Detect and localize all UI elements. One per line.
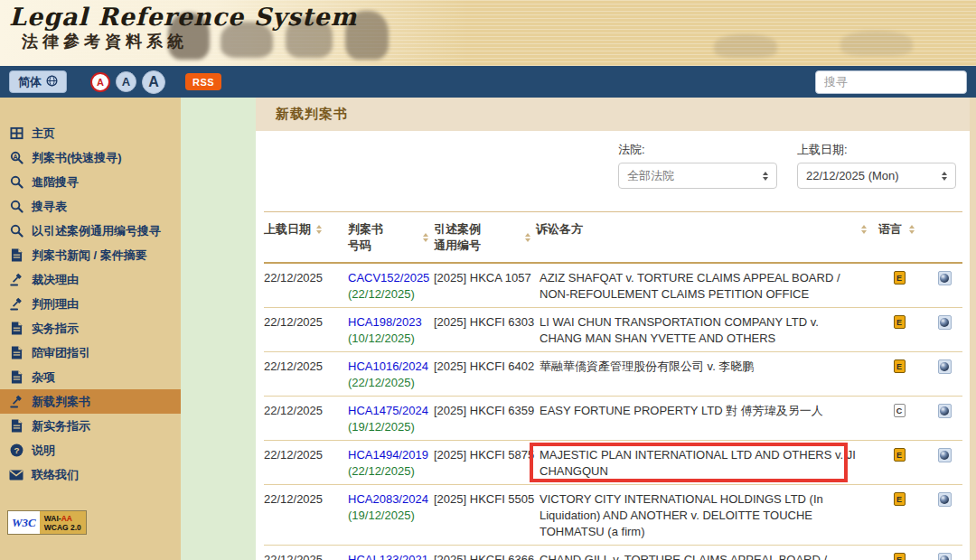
header-citation[interactable]: 引述案例通用编号 xyxy=(434,221,536,254)
language-cell: E xyxy=(872,552,926,560)
site-logo: Legal Reference System 法律參考資料系統 xyxy=(9,4,357,52)
parties-cell: EASY FORTUNE PROPERTY LTD 對 傅芳瑋及另一人 xyxy=(536,403,872,435)
case-number-link[interactable]: HCA1494/2019 xyxy=(348,448,428,462)
gavel-icon xyxy=(9,297,23,312)
case-number-cell: HCA1494/2019 (22/12/2025) xyxy=(348,447,434,480)
globe-icon xyxy=(46,75,58,89)
document-sphere-icon[interactable] xyxy=(938,492,952,507)
sidebar-item-label: 陪审团指引 xyxy=(32,345,90,361)
question-icon: ? xyxy=(9,443,23,458)
mail-icon xyxy=(9,468,23,482)
case-number-link[interactable]: HCA2083/2024 xyxy=(348,492,428,506)
sidebar-item-8[interactable]: 实务指示 xyxy=(0,316,181,341)
parties-cell: CHAND GILL v. TORTURE CLAIMS APPEAL BOAR… xyxy=(536,552,872,560)
font-size-large-button[interactable]: A xyxy=(142,70,165,94)
judgments-table: 上载日期 判案书号码 引述案例通用编号 诉讼各方 xyxy=(264,211,962,560)
doc-icon xyxy=(9,370,23,385)
wcag-line: WCAG 2.0 xyxy=(44,523,81,532)
sidebar-item-2[interactable]: 進階搜寻 xyxy=(0,170,181,194)
language-english-icon[interactable]: E xyxy=(894,271,906,285)
parties-cell: 華融華僑資產管理股份有限公司 v. 李晓鹏 xyxy=(536,359,872,391)
page-title-bar: 新载判案书 xyxy=(256,98,976,131)
rss-button[interactable]: RSS xyxy=(185,73,221,90)
sort-icon[interactable] xyxy=(316,225,322,234)
sidebar-item-3[interactable]: 搜寻表 xyxy=(0,194,181,219)
language-cell: E xyxy=(872,270,926,303)
sort-icon[interactable] xyxy=(909,225,915,234)
header-upload-date[interactable]: 上载日期 xyxy=(264,221,348,254)
court-filter-label: 法院: xyxy=(618,142,777,158)
case-number-cell: HCA1475/2024 (19/12/2025) xyxy=(348,403,434,435)
document-sphere-icon[interactable] xyxy=(938,448,952,462)
language-english-icon[interactable]: E xyxy=(894,315,906,329)
court-filter-select[interactable]: 全部法院 xyxy=(618,163,777,189)
sidebar-item-7[interactable]: 判刑理由 xyxy=(0,292,181,316)
sidebar-item-1[interactable]: A判案书(快速搜寻) xyxy=(0,145,181,170)
case-number-cell: HCA2083/2024 (19/12/2025) xyxy=(348,491,434,540)
wcag-badge[interactable]: W3C WAI-AA WCAG 2.0 xyxy=(7,510,87,535)
sort-icon[interactable] xyxy=(525,233,530,242)
sidebar-item-label: 说明 xyxy=(32,443,55,459)
sidebar-item-5[interactable]: 判案书新闻 / 案件摘要 xyxy=(0,243,181,267)
sidebar-item-12[interactable]: 新实务指示 xyxy=(0,414,181,438)
case-number-link[interactable]: HCA1016/2024 xyxy=(348,359,428,373)
language-chinese-icon[interactable]: C xyxy=(894,404,906,417)
doc-cell xyxy=(926,359,962,391)
sidebar-item-0[interactable]: 主页 xyxy=(0,121,181,145)
sort-icon[interactable] xyxy=(423,233,428,242)
sidebar-item-label: 联络我们 xyxy=(32,467,79,483)
sidebar-item-14[interactable]: 联络我们 xyxy=(0,462,181,487)
w3c-logo: W3C xyxy=(8,511,40,534)
upload-date-filter-label: 上载日期: xyxy=(797,142,956,158)
upload-date-filter-select[interactable]: 22/12/2025 (Mon) xyxy=(797,163,956,189)
sidebar-item-label: 判刑理由 xyxy=(32,296,79,313)
upload-date-filter-value: 22/12/2025 (Mon) xyxy=(806,169,899,182)
header-parties[interactable]: 诉讼各方 xyxy=(536,221,872,254)
sidebar-item-label: 新实务指示 xyxy=(32,418,90,434)
judgment-date: (19/12/2025) xyxy=(348,420,415,434)
sidebar-item-label: 搜寻表 xyxy=(32,199,67,215)
doc-icon xyxy=(9,346,23,360)
page-title: 新载判案书 xyxy=(276,106,348,123)
parties-cell: AZIZ SHAFQAT v. TORTURE CLAIMS APPEAL BO… xyxy=(536,270,872,303)
sidebar-item-6[interactable]: 裁决理由 xyxy=(0,267,181,292)
sidebar-item-13[interactable]: ?说明 xyxy=(0,438,181,462)
document-sphere-icon[interactable] xyxy=(938,553,952,560)
parties-text: CHAND GILL v. TORTURE CLAIMS APPEAL BOAR… xyxy=(540,552,859,560)
search-icon xyxy=(9,200,23,214)
case-number-link[interactable]: HCA198/2023 xyxy=(348,315,422,329)
sort-icon[interactable] xyxy=(861,225,867,234)
document-sphere-icon[interactable] xyxy=(938,271,952,285)
doc-icon xyxy=(9,419,23,434)
simplified-chinese-button[interactable]: 简体 xyxy=(9,70,67,93)
select-spinner-icon xyxy=(942,172,947,181)
case-number-link[interactable]: HCAL133/2021 xyxy=(348,553,428,560)
font-size-medium-button[interactable]: A xyxy=(116,71,136,92)
language-english-icon[interactable]: E xyxy=(894,492,906,506)
language-english-icon[interactable]: E xyxy=(894,448,906,462)
document-sphere-icon[interactable] xyxy=(938,315,952,330)
header-case-number[interactable]: 判案书号码 xyxy=(348,221,434,254)
sidebar-item-4[interactable]: 以引述案例通用编号搜寻 xyxy=(0,219,181,243)
search-input[interactable] xyxy=(815,70,967,94)
document-sphere-icon[interactable] xyxy=(938,359,952,374)
font-size-small-button[interactable]: A xyxy=(90,72,110,92)
sidebar-item-label: 实务指示 xyxy=(32,321,79,337)
language-english-icon[interactable]: E xyxy=(894,553,906,560)
case-number-cell: HCAL133/2021 (22/12/2025) xyxy=(348,552,434,560)
language-cell: E xyxy=(872,314,926,347)
document-sphere-icon[interactable] xyxy=(938,404,952,418)
sidebar-item-11-active[interactable]: 新载判案书 xyxy=(0,389,181,414)
case-number-link[interactable]: HCA1475/2024 xyxy=(348,404,428,417)
upload-date-filter-group: 上载日期: 22/12/2025 (Mon) xyxy=(797,142,956,189)
language-english-icon[interactable]: E xyxy=(894,359,906,373)
case-number-link[interactable]: CACV152/2025 xyxy=(348,271,429,285)
sidebar-item-label: 進階搜寻 xyxy=(32,174,79,191)
upload-date-cell: 22/12/2025 xyxy=(264,552,348,560)
courtroom-chair-silhouette xyxy=(714,34,777,58)
header-language[interactable]: 语言 xyxy=(872,221,926,254)
sidebar-item-9[interactable]: 陪审团指引 xyxy=(0,341,181,365)
sidebar-item-10[interactable]: 杂项 xyxy=(0,365,181,389)
doc-icon xyxy=(9,248,23,263)
gavel-icon xyxy=(9,273,23,287)
